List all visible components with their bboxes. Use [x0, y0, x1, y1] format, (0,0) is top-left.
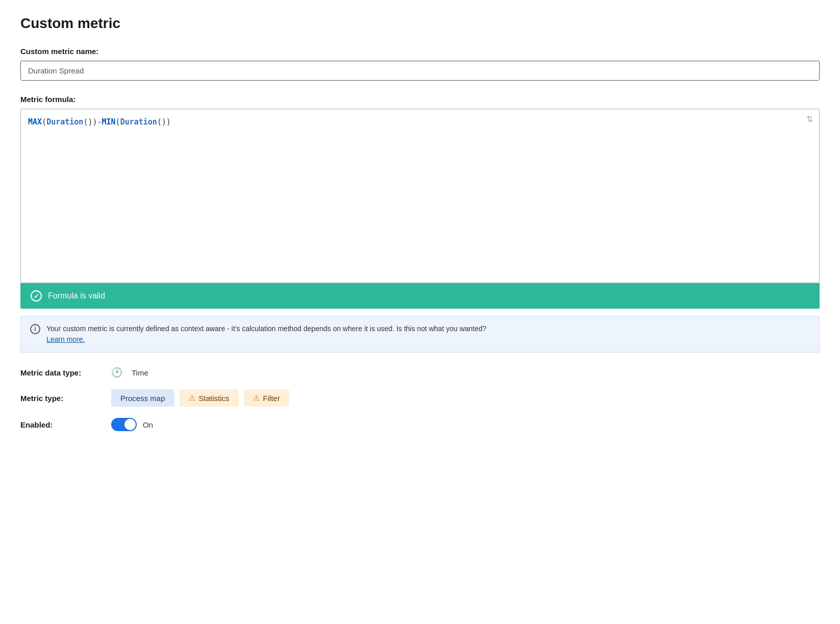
badge-filter-label: Filter: [263, 394, 280, 403]
metric-name-input[interactable]: [20, 61, 820, 81]
data-type-value: Time: [132, 368, 148, 377]
metric-type-badges: Process map ⚠ Statistics ⚠ Filter: [111, 389, 289, 407]
formula-editor-wrapper: MAX(Duration())-MIN(Duration()) ⇅: [20, 109, 820, 283]
badge-statistics[interactable]: ⚠ Statistics: [180, 389, 239, 407]
info-icon: i: [30, 324, 40, 334]
badge-process-map[interactable]: Process map: [111, 389, 174, 407]
warning-filter-icon: ⚠: [253, 393, 260, 403]
valid-checkmark-icon: [31, 290, 42, 302]
toggle-knob: [124, 419, 136, 430]
info-box: i Your custom metric is currently define…: [20, 316, 820, 353]
data-type-label: Metric data type:: [20, 368, 102, 377]
warning-statistics-icon: ⚠: [189, 393, 195, 403]
toggle-wrapper: On: [111, 418, 153, 431]
metric-type-row: Metric type: Process map ⚠ Statistics ⚠ …: [20, 389, 820, 407]
learn-more-link[interactable]: Learn more.: [46, 335, 85, 343]
formula-max-keyword: MAX: [28, 117, 42, 127]
enabled-on-text: On: [143, 420, 153, 429]
enabled-label: Enabled:: [20, 420, 102, 429]
page-title: Custom metric: [20, 15, 820, 32]
badge-process-map-label: Process map: [120, 394, 165, 403]
info-message: Your custom metric is currently defined …: [46, 325, 487, 333]
valid-message: Formula is valid: [48, 291, 105, 301]
badge-statistics-label: Statistics: [199, 394, 230, 403]
formula-valid-banner: Formula is valid: [20, 283, 820, 309]
info-text: Your custom metric is currently defined …: [46, 323, 487, 345]
clock-icon: 🕐: [111, 367, 122, 378]
formula-min-keyword: MIN: [102, 117, 116, 127]
name-field-label: Custom metric name:: [20, 47, 820, 56]
metric-type-label: Metric type:: [20, 394, 102, 403]
formula-field-label: Metric formula:: [20, 95, 820, 104]
formula-duration2: Duration: [120, 117, 157, 127]
enabled-row: Enabled: On: [20, 418, 820, 431]
data-type-row: Metric data type: 🕐 Time: [20, 367, 820, 378]
formula-resize-handle[interactable]: ⇅: [806, 114, 813, 124]
badge-filter[interactable]: ⚠ Filter: [244, 389, 289, 407]
formula-content[interactable]: MAX(Duration())-MIN(Duration()): [21, 109, 819, 283]
formula-duration1: Duration: [46, 117, 83, 127]
enabled-toggle[interactable]: [111, 418, 137, 431]
